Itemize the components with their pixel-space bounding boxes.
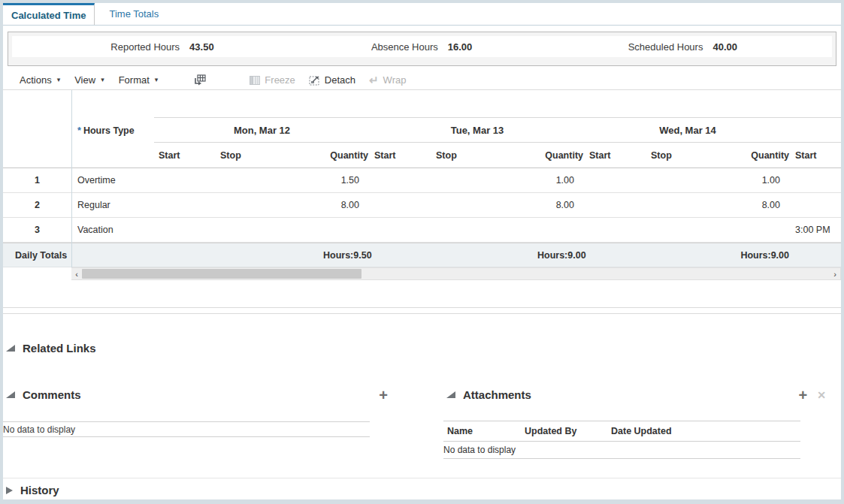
absence-hours-group: Absence Hours 16.00 xyxy=(286,41,559,53)
chevron-down-icon: ▾ xyxy=(155,77,159,83)
wrap-button: ↵ Wrap xyxy=(369,74,406,86)
freeze-columns-icon xyxy=(250,75,260,86)
tab-calculated-time[interactable]: Calculated Time xyxy=(3,3,95,25)
comments-section-header[interactable]: Comments xyxy=(6,388,81,401)
row-number: 3 xyxy=(3,225,71,235)
scrollbar-thumb[interactable] xyxy=(82,269,361,279)
scroll-right-icon[interactable]: › xyxy=(830,268,840,279)
attachments-title: Attachments xyxy=(463,388,531,401)
freeze-button: Freeze xyxy=(250,74,295,86)
comments-header: Comments + xyxy=(3,388,388,401)
daily-total-tue: Hours:9.00 xyxy=(537,250,585,261)
row-number: 2 xyxy=(3,200,71,210)
tab-bar: Calculated Time Time Totals xyxy=(3,3,841,26)
disclosure-expanded-icon[interactable] xyxy=(446,391,455,398)
comments-attachments-area: Comments + No data to display Attachment… xyxy=(3,388,841,463)
attachments-empty-row: No data to display xyxy=(443,442,800,459)
actions-menu-button[interactable]: Actions ▾ xyxy=(20,74,60,86)
attachments-col-updated-by: Updated By xyxy=(525,426,611,436)
quantity-cell[interactable]: 1.00 xyxy=(537,175,585,186)
add-comment-icon[interactable]: + xyxy=(379,389,388,401)
col-header-stop: Stop xyxy=(430,150,537,161)
related-links-section-header[interactable]: Related Links xyxy=(6,342,841,355)
quantity-cell[interactable]: 8.00 xyxy=(537,200,585,210)
attachments-empty-text: No data to display xyxy=(443,445,516,455)
col-header-stop: Stop xyxy=(645,150,740,161)
table-row[interactable]: 2 Regular 8.00 8.00 8.00 xyxy=(3,193,841,218)
attachments-section: Attachments + ✕ Name Updated By Date Upd… xyxy=(443,388,841,463)
view-menu-button[interactable]: View ▾ xyxy=(74,74,104,86)
quantity-cell[interactable]: 8.00 xyxy=(740,200,791,210)
day-header-mon: Mon, Mar 12 xyxy=(154,118,370,142)
wrap-icon: ↵ xyxy=(369,74,379,86)
required-marker: * xyxy=(77,125,81,136)
tab-time-totals[interactable]: Time Totals xyxy=(95,3,173,25)
reported-hours-label: Reported Hours xyxy=(110,41,180,53)
actions-menu-label: Actions xyxy=(20,74,52,86)
attachments-section-header[interactable]: Attachments xyxy=(446,388,531,401)
history-title: History xyxy=(20,484,59,496)
related-links-title: Related Links xyxy=(23,342,96,355)
scheduled-hours-value: 40.00 xyxy=(712,41,737,53)
attachments-header: Attachments + ✕ xyxy=(443,388,841,401)
attachments-table: Name Updated By Date Updated No data to … xyxy=(443,421,800,459)
table-header: *Hours Type Mon, Mar 12 Tue, Mar 13 Wed,… xyxy=(3,90,841,168)
comments-empty-row: No data to display xyxy=(3,421,370,437)
freeze-label: Freeze xyxy=(265,74,295,86)
calculated-time-table: *Hours Type Mon, Mar 12 Tue, Mar 13 Wed,… xyxy=(3,90,841,280)
delete-attachment-icon: ✕ xyxy=(817,389,826,401)
reported-hours-value: 43.50 xyxy=(189,41,214,53)
col-header-start: Start xyxy=(370,150,430,161)
scheduled-hours-label: Scheduled Hours xyxy=(628,41,703,53)
detach-label: Detach xyxy=(325,74,355,86)
detach-button[interactable]: Detach xyxy=(309,74,355,86)
chevron-down-icon: ▾ xyxy=(101,77,104,83)
day-header-wed: Wed, Mar 14 xyxy=(585,118,791,142)
format-menu-button[interactable]: Format ▾ xyxy=(119,74,159,86)
daily-totals-row: Daily Totals Hours:9.50 Hours:9.00 Hours… xyxy=(3,243,841,267)
column-header-row: Start Stop Quantity Start Stop Quantity … xyxy=(3,143,841,168)
horizontal-scrollbar[interactable]: ‹ › xyxy=(71,267,841,280)
wrap-label: Wrap xyxy=(383,74,407,86)
disclosure-expanded-icon[interactable] xyxy=(6,345,15,352)
disclosure-expanded-icon[interactable] xyxy=(6,391,15,398)
day-header-tue: Tue, Mar 13 xyxy=(370,118,585,142)
start-cell[interactable]: 3:00 PM xyxy=(791,225,841,235)
col-header-start: Start xyxy=(154,150,214,161)
table-row[interactable]: 3 Vacation 3:00 PM xyxy=(3,218,841,243)
absence-hours-label: Absence Hours xyxy=(371,41,438,53)
col-header-quantity: Quantity xyxy=(323,150,370,161)
day-header-partial xyxy=(791,118,841,142)
table-panel-bottom xyxy=(3,280,841,308)
scroll-left-icon[interactable]: ‹ xyxy=(71,268,82,279)
hours-type-cell[interactable]: Vacation xyxy=(71,225,154,235)
quantity-cell[interactable]: 1.50 xyxy=(323,175,370,186)
scheduled-hours-group: Scheduled Hours 40.00 xyxy=(558,41,832,53)
panel-separator xyxy=(3,308,841,314)
insert-row-into-table-button[interactable] xyxy=(193,74,206,86)
comments-empty-text: No data to display xyxy=(3,424,75,435)
history-section-header[interactable]: History xyxy=(6,484,841,496)
col-header-start: Start xyxy=(585,150,645,161)
quantity-cell[interactable]: 8.00 xyxy=(323,200,370,210)
table-toolbar: Actions ▾ View ▾ Format ▾ xyxy=(3,71,841,90)
date-group-header-row: Mon, Mar 12 Tue, Mar 13 Wed, Mar 14 xyxy=(154,117,841,143)
hours-summary-inner: Reported Hours 43.50 Absence Hours 16.00… xyxy=(12,36,832,57)
daily-total-wed: Hours:9.00 xyxy=(740,250,791,261)
scrollbar-track[interactable] xyxy=(82,268,830,279)
disclosure-collapsed-icon[interactable] xyxy=(6,487,13,494)
table-row[interactable]: 1 Overtime 1.50 1.00 1.00 xyxy=(3,168,841,193)
chevron-down-icon: ▾ xyxy=(57,77,61,83)
tab-label: Calculated Time xyxy=(11,10,86,21)
reported-hours-group: Reported Hours 43.50 xyxy=(12,41,286,53)
page-frame: Calculated Time Time Totals Reported Hou… xyxy=(3,3,841,499)
quantity-cell[interactable]: 1.00 xyxy=(740,175,791,186)
col-header-quantity: Quantity xyxy=(740,150,791,161)
format-menu-label: Format xyxy=(119,74,150,86)
hours-type-cell[interactable]: Regular xyxy=(71,200,154,210)
hours-type-cell[interactable]: Overtime xyxy=(71,175,154,186)
add-attachment-icon[interactable]: + xyxy=(799,389,808,401)
col-header-start: Start xyxy=(791,150,841,161)
table-grid-arrow-icon xyxy=(193,74,206,86)
col-header-quantity: Quantity xyxy=(537,150,585,161)
